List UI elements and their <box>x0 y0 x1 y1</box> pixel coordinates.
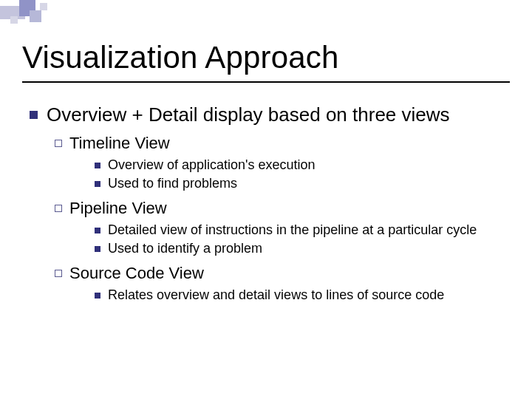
filled-square-icon <box>95 181 100 187</box>
list-item: Source Code View Relates overview and de… <box>55 264 510 303</box>
filled-square-icon <box>30 111 38 119</box>
bullet-text: Pipeline View <box>69 199 167 218</box>
title-rule <box>22 81 510 83</box>
hollow-square-icon <box>55 270 62 277</box>
bullet-text: Used to identify a problem <box>108 241 262 256</box>
bullet-text: Overview + Detail display based on three… <box>47 103 450 126</box>
filled-square-icon <box>95 163 100 168</box>
list-item: Detailed view of instructions in the pip… <box>95 222 510 238</box>
bullet-text: Used to find problems <box>108 176 237 191</box>
hollow-square-icon <box>55 205 62 212</box>
slide: Visualization Approach Overview + Detail… <box>0 0 532 399</box>
list-item: Overview of application's execution <box>95 157 510 173</box>
filled-square-icon <box>95 246 100 252</box>
bullet-text: Timeline View <box>69 134 170 153</box>
bullet-text: Detailed view of instructions in the pip… <box>108 222 477 238</box>
slide-body: Overview + Detail display based on three… <box>30 103 510 310</box>
filled-square-icon <box>95 228 100 233</box>
filled-square-icon <box>95 293 100 299</box>
list-item: Timeline View Overview of application's … <box>55 134 510 191</box>
list-item: Overview + Detail display based on three… <box>30 103 510 303</box>
corner-decoration <box>0 0 74 30</box>
list-item: Pipeline View Detailed view of instructi… <box>55 199 510 256</box>
list-item: Relates overview and detail views to lin… <box>95 287 510 303</box>
bullet-text: Relates overview and detail views to lin… <box>108 287 444 303</box>
hollow-square-icon <box>55 140 62 147</box>
bullet-text: Source Code View <box>69 264 204 283</box>
list-item: Used to find problems <box>95 176 510 191</box>
bullet-text: Overview of application's execution <box>108 157 316 173</box>
slide-title: Visualization Approach <box>22 40 339 75</box>
list-item: Used to identify a problem <box>95 241 510 256</box>
